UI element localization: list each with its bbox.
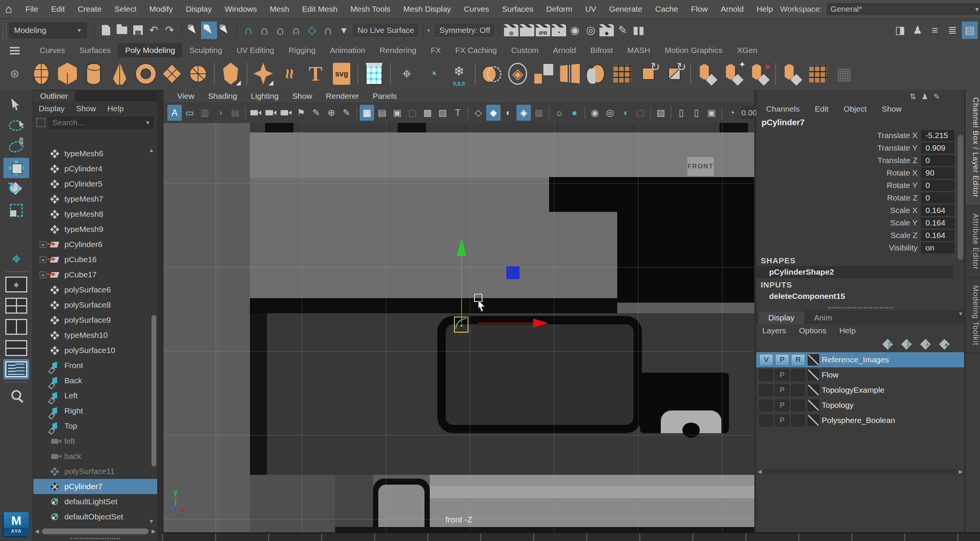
toolbar-separator[interactable]: [719, 105, 724, 121]
render-current-frame-icon[interactable]: [519, 22, 535, 39]
isolate-select-icon[interactable]: ▧: [654, 105, 668, 121]
shelf-tab[interactable]: Rendering: [372, 43, 424, 57]
shelf-tab[interactable]: Poly Modeling: [118, 43, 182, 57]
time-slider[interactable]: [162, 532, 980, 541]
outliner-item[interactable]: Left: [33, 388, 157, 403]
shelf-tab[interactable]: UV Editing: [229, 43, 282, 57]
frame-selection-icon[interactable]: ▭: [183, 105, 197, 121]
toggle-modeling-toolkit-icon[interactable]: ▤: [962, 22, 978, 39]
channel-box-menu-item[interactable]: Edit: [815, 105, 829, 114]
channel-value-field[interactable]: 0: [921, 179, 954, 191]
shelf-separator[interactable]: [773, 60, 778, 87]
toggle-channel-box-icon[interactable]: ≡: [927, 22, 943, 39]
shelf-tab[interactable]: Sculpting: [182, 43, 229, 57]
snap-view-plane-icon[interactable]: ∩: [320, 22, 336, 39]
platonic-solid-icon[interactable]: [218, 60, 243, 87]
home-icon[interactable]: ⌂: [5, 3, 12, 15]
menu-item[interactable]: Edit: [45, 3, 71, 15]
exposure-field[interactable]: 0.00: [741, 106, 757, 119]
extrude-icon[interactable]: ➤: [747, 60, 772, 87]
freeze-transform-icon[interactable]: ❄0,0,0: [447, 60, 471, 87]
layer-playback-toggle[interactable]: P: [775, 369, 789, 381]
shelf-separator[interactable]: [388, 60, 393, 87]
toolbar-grip[interactable]: [2, 21, 7, 40]
color-management-icon[interactable]: ◑: [213, 105, 227, 121]
new-scene-icon[interactable]: [98, 22, 114, 39]
menu-item[interactable]: Cache: [649, 3, 685, 15]
layer-visibility-toggle[interactable]: [759, 415, 773, 426]
viewport-menu-item[interactable]: Show: [292, 92, 312, 101]
open-render-view-icon[interactable]: ◎: [503, 22, 519, 39]
super-shape-icon[interactable]: [251, 60, 276, 87]
hypershade-icon[interactable]: ◎: [583, 22, 599, 39]
viewport-menu-item[interactable]: Panels: [372, 92, 397, 101]
outliner-item[interactable]: typeMesh10: [33, 328, 157, 343]
pan-zoom-icon[interactable]: ⊕: [324, 105, 339, 121]
outliner-item[interactable]: Top: [33, 419, 157, 433]
move-tool[interactable]: [3, 158, 29, 178]
shelf-tab[interactable]: Surfaces: [72, 43, 118, 57]
shelf-tab[interactable]: Animation: [323, 43, 372, 57]
chevron-down-icon[interactable]: ▾: [427, 27, 430, 33]
character-controls-icon[interactable]: ♟: [910, 22, 926, 39]
layer-editor-menu-item[interactable]: Layers: [762, 326, 786, 335]
shelf-tab[interactable]: Motion Graphics: [657, 43, 730, 57]
single-pane-layout-button[interactable]: [3, 274, 29, 295]
outliner-item[interactable]: polySurface6: [33, 282, 157, 297]
image-plane-view-icon[interactable]: ▣: [704, 105, 719, 121]
sweep-mesh-icon[interactable]: [362, 60, 387, 87]
separate-icon[interactable]: [531, 60, 556, 87]
scroll-right-icon[interactable]: ▶: [959, 469, 963, 474]
layer-display-type-toggle[interactable]: R: [791, 354, 805, 366]
safe-action-icon[interactable]: ▩: [420, 105, 435, 121]
channel-value-field[interactable]: 0.164: [921, 204, 954, 216]
grease-pencil-icon[interactable]: ✎: [309, 105, 323, 121]
remesh-icon[interactable]: [610, 60, 635, 87]
poly-plane-icon[interactable]: [159, 60, 185, 87]
last-tool-settings[interactable]: [3, 249, 29, 269]
channel-manip-icon[interactable]: ♟: [921, 92, 928, 101]
outliner-item[interactable]: polySurface10: [33, 343, 157, 358]
expand-toggle-icon[interactable]: [40, 257, 46, 263]
expand-toggle-icon[interactable]: [40, 241, 46, 248]
outliner-item[interactable]: Back: [33, 373, 157, 388]
light-editor-icon[interactable]: ◆: [599, 22, 614, 39]
layer-color-swatch[interactable]: [808, 384, 819, 396]
layer-color-swatch[interactable]: [808, 415, 819, 426]
layer-display-type-toggle[interactable]: [791, 415, 805, 426]
toolbar-separator[interactable]: [243, 105, 248, 121]
save-scene-icon[interactable]: [130, 22, 146, 39]
outliner-item[interactable]: typeMesh7: [33, 192, 157, 206]
channel-box-menu-item[interactable]: Object: [844, 105, 867, 114]
use-default-lighting-icon[interactable]: ☼: [552, 105, 566, 121]
channel-value-field[interactable]: -5.215: [921, 129, 954, 141]
channel-value-field[interactable]: 0.909: [921, 142, 954, 154]
type-text-icon[interactable]: T: [303, 60, 328, 87]
material-viewer-icon[interactable]: ◉: [567, 22, 583, 39]
outliner-item[interactable]: polySurface9: [33, 313, 157, 328]
viewport-menu-item[interactable]: View: [177, 92, 194, 101]
channel-box-menu-item[interactable]: Channels: [766, 105, 800, 114]
poly-cube-icon[interactable]: [55, 60, 80, 87]
menu-item[interactable]: Curves: [457, 3, 496, 15]
channel-box-menu-item[interactable]: Show: [882, 105, 902, 114]
toolbar-separator[interactable]: [355, 105, 359, 121]
shelf-tab[interactable]: FX Caching: [448, 43, 504, 57]
menu-set-dropdown[interactable]: Modeling ▼: [9, 22, 87, 38]
filter-icon[interactable]: [37, 118, 45, 127]
frame-all-icon[interactable]: ▥: [198, 105, 212, 121]
snap-grid-icon[interactable]: ∩: [240, 22, 256, 39]
gate-mask-icon[interactable]: ▣: [390, 105, 404, 121]
create-layer-from-selected-icon[interactable]: ●: [940, 339, 953, 350]
boolean-icon[interactable]: [479, 60, 504, 87]
layer-row[interactable]: P Flow: [756, 367, 964, 382]
outliner-item[interactable]: back: [33, 449, 157, 464]
menu-item[interactable]: Windows: [218, 3, 263, 15]
bevel-icon[interactable]: [694, 60, 719, 87]
outliner-item[interactable]: defaultObjectSet: [33, 509, 157, 524]
frame-rate-icon[interactable]: T: [450, 105, 465, 121]
shelf-tab[interactable]: Arnold: [546, 43, 583, 57]
channel-label[interactable]: Translate X: [756, 131, 921, 140]
spin-edge-icon[interactable]: ↻: [662, 60, 687, 87]
outliner-item[interactable]: pCylinder7: [33, 479, 157, 494]
